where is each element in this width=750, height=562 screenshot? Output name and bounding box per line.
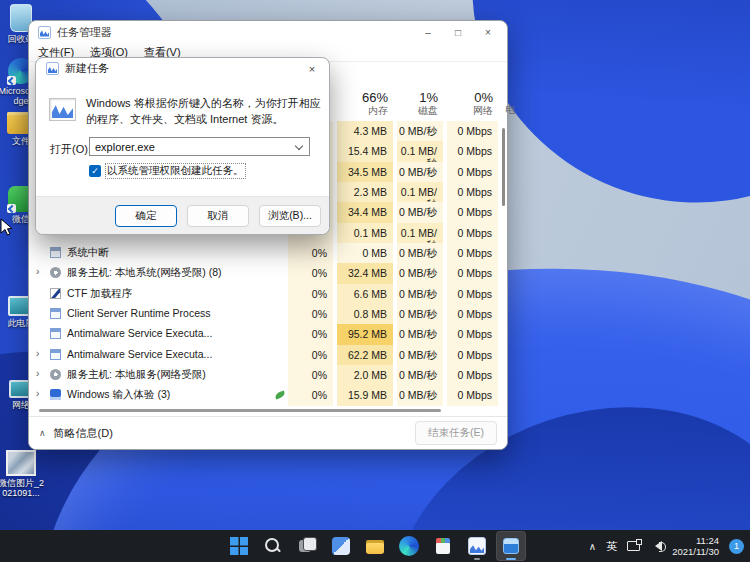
expand-chevron-icon[interactable]: › [36,348,39,359]
process-row[interactable]: CTF 加载程序0%6.6 MB0 MB/秒0 Mbps [29,284,507,304]
cell-disk: 0 MB/秒 [397,263,443,283]
column-header-disk[interactable]: 1%磁盘 [397,90,443,117]
cell-cpu: 0% [288,284,333,304]
dialog-titlebar[interactable]: 新建任务 [36,58,329,79]
process-name: Client Server Runtime Process [67,307,211,319]
window-title: 任务管理器 [57,25,112,40]
taskbar-button-taskview[interactable] [292,531,322,561]
start-icon [229,536,249,556]
volume-icon[interactable] [650,541,662,551]
taskbar-button-start[interactable] [224,531,254,561]
cell-disk: 0 MB/秒 [397,162,443,182]
taskbar-button-widgets[interactable] [326,531,356,561]
cell-net: 0 Mbps [447,345,498,365]
cell-disk: 0.1 MB/秒 [397,182,443,202]
process-name: 服务主机: 本地系统(网络受限) (8) [67,266,222,280]
cell-disk: 0 MB/秒 [397,202,443,222]
network-icon[interactable] [627,541,640,551]
keyboard-icon [50,389,61,400]
cell-net: 0 Mbps [447,223,498,243]
tray-expand-chevron-icon[interactable]: ∧ [589,541,596,552]
process-row[interactable]: ›Windows 输入体验 (3)0%15.9 MB0 MB/秒0 Mbps [29,385,507,405]
clock[interactable]: 11:24 2021/11/30 [672,535,719,557]
notification-badge[interactable]: 1 [729,539,744,554]
expand-chevron-icon[interactable]: › [36,368,39,379]
minimize-icon: – [425,27,431,38]
task-chart-icon [49,98,76,121]
cell-net: 0 Mbps [447,263,498,283]
cell-cpu: 0% [288,385,333,405]
task-manager-titlebar[interactable]: 任务管理器 – □ × [29,21,507,43]
admin-checkbox[interactable]: ✓ [89,165,101,177]
close-button[interactable]: × [473,21,503,43]
column-header-power[interactable]: 电 [505,103,515,117]
mouse-cursor [0,218,14,242]
cell-cpu: 0% [288,365,333,385]
taskbar-button-store[interactable] [428,531,458,561]
ime-indicator[interactable]: 英 [606,539,617,554]
column-header-mem[interactable]: 66%内存 [337,90,393,117]
chevron-down-icon[interactable] [295,142,303,150]
column-header-net[interactable]: 0%网络 [447,90,498,117]
cell-disk: 0.1 MB/秒 [397,223,443,243]
cell-disk: 0 MB/秒 [397,284,443,304]
maximize-button[interactable]: □ [443,21,473,43]
open-combobox[interactable]: explorer.exe [89,137,310,156]
cell-mem: 34.5 MB [337,162,393,182]
dialog-title: 新建任务 [65,61,109,76]
activewin-icon [501,536,521,556]
expand-chevron-icon[interactable]: › [36,388,39,399]
taskbar-button-search[interactable] [258,531,288,561]
summary-toggle[interactable]: 简略信息(D) [54,426,113,441]
taskbar-button-edge[interactable] [394,531,424,561]
task-manager-footer: ∧ 简略信息(D) 结束任务(E) [29,416,507,449]
tray-date: 2021/11/30 [672,546,719,557]
system-tray: ∧ 英 11:24 2021/11/30 1 [589,530,744,562]
cell-net: 0 Mbps [447,182,498,202]
cell-disk: 0 MB/秒 [397,385,443,405]
expand-chevron-icon[interactable]: › [36,266,39,277]
horizontal-scrollbar[interactable] [39,409,441,412]
cell-disk: 0 MB/秒 [397,121,443,141]
admin-checkbox-label[interactable]: 以系统管理权限创建此任务。 [106,164,245,178]
dialog-close-button[interactable]: × [295,58,329,79]
process-row[interactable]: Client Server Runtime Process0%0.8 MB0 M… [29,304,507,324]
taskview-icon [297,536,317,556]
browse-button[interactable]: 浏览(B)... [259,205,321,227]
cell-mem: 6.6 MB [337,284,393,304]
cell-disk: 0 MB/秒 [397,365,443,385]
process-row[interactable]: Antimalware Service Executa...0%95.2 MB0… [29,324,507,344]
eco-leaf-icon [274,391,285,400]
window-icon [50,328,61,339]
widgets-icon [331,536,351,556]
desktop-icon-photo[interactable]: 微信图片_2021091... [0,450,44,498]
column-label: 磁盘 [397,105,438,117]
taskbar-button-taskmgr[interactable] [462,531,492,561]
taskbar-button-activewin[interactable] [496,531,526,561]
cell-net: 0 Mbps [447,121,498,141]
cell-mem: 32.4 MB [337,263,393,283]
vertical-scrollbar[interactable] [502,128,505,206]
taskbar-button-explorer[interactable] [360,531,390,561]
process-row[interactable]: ›服务主机: 本地系统(网络受限) (8)0%32.4 MB0 MB/秒0 Mb… [29,263,507,283]
cell-cpu: 0% [288,324,333,344]
interrupt-icon [50,247,61,258]
end-task-button[interactable]: 结束任务(E) [415,421,497,445]
cell-disk: 0 MB/秒 [397,304,443,324]
check-icon: ✓ [91,166,99,176]
ok-button[interactable]: 确定 [115,205,177,227]
cell-net: 0 Mbps [447,324,498,344]
minimize-button[interactable]: – [413,21,443,43]
process-name: Antimalware Service Executa... [67,348,212,360]
dialog-app-icon [46,62,59,75]
process-row[interactable]: 系统中断0%0 MB0 MB/秒0 Mbps [29,243,507,263]
process-row[interactable]: ›Antimalware Service Executa...0%62.2 MB… [29,345,507,365]
cell-disk: 0 MB/秒 [397,324,443,344]
cell-cpu: 0% [288,345,333,365]
cancel-button[interactable]: 取消 [187,205,249,227]
window-icon [50,308,61,319]
cell-disk: 0.1 MB/秒 [397,141,443,161]
process-row[interactable]: ›服务主机: 本地服务(网络受限)0%2.0 MB0 MB/秒0 Mbps [29,365,507,385]
process-name: 系统中断 [67,246,109,260]
cell-net: 0 Mbps [447,162,498,182]
